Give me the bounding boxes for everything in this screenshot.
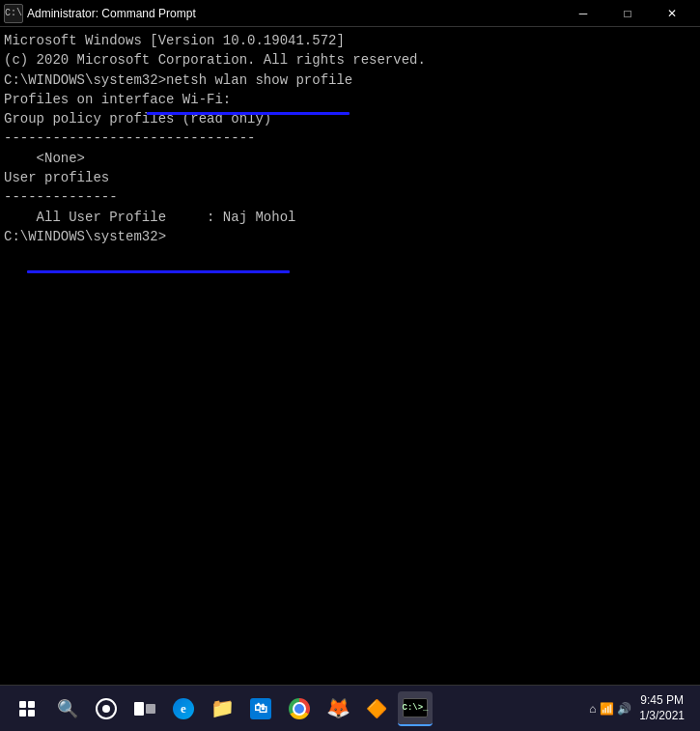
system-tray: ⌂ 📶 🔊 9:45 PM 1/3/2021 [589,693,692,723]
cortana-button[interactable] [89,691,124,726]
chrome-icon [289,698,310,719]
file-explorer-button[interactable]: 📁 [205,691,239,726]
cmd-taskbar-button[interactable]: C:\>_ [398,691,433,726]
task-view-button[interactable] [127,691,162,726]
task-view-icon [134,702,155,716]
title-bar: C:\ Administrator: Command Prompt ─ □ ✕ [0,0,700,27]
edge-button[interactable]: e [166,691,201,726]
search-button[interactable]: 🔍 [50,691,85,726]
title-bar-controls: ─ □ ✕ [561,0,694,27]
cortana-icon [96,698,117,719]
folder-icon: 📁 [210,696,235,720]
underline-command [147,112,350,115]
edge-icon: e [173,698,194,719]
underline-profile [27,270,290,273]
search-icon: 🔍 [57,698,78,719]
minimize-button[interactable]: ─ [561,0,605,27]
firefox-icon: 🦊 [326,696,350,720]
cmd-icon-small: C:\ [4,4,23,23]
terminal-line-l12: User profiles [4,168,696,187]
vlc-icon: 🔶 [366,698,387,719]
maximize-button[interactable]: □ [605,0,650,27]
terminal-line-l2: (c) 2020 Microsoft Corporation. All righ… [4,50,696,70]
terminal-body: Microsoft Windows [Version 10.0.19041.57… [0,27,700,685]
tray-icons: ⌂ 📶 🔊 [589,702,631,716]
clock: 9:45 PM 1/3/2021 [639,693,685,723]
vlc-button[interactable]: 🔶 [359,691,394,726]
terminal-line-l1: Microsoft Windows [Version 10.0.19041.57… [4,31,696,50]
store-button[interactable]: 🛍 [243,691,278,726]
store-icon: 🛍 [250,698,271,719]
terminal-line-l14: All User Profile : Naj Mohol [4,208,696,227]
cmd-taskbar-icon: C:\>_ [403,698,428,717]
taskbar: 🔍 e 📁 🛍 🦊 🔶 C:\>_ ⌂ 📶 🔊 [0,685,700,731]
terminal-line-l13: -------------- [4,187,696,207]
clock-time: 9:45 PM [639,693,685,709]
terminal-line-l8: Group policy profiles (read only) [4,109,696,128]
chrome-button[interactable] [282,691,317,726]
terminal-line-l10: <None> [4,149,696,168]
terminal-line-l4: C:\WINDOWS\system32>netsh wlan show prof… [4,70,696,90]
firefox-button[interactable]: 🦊 [321,691,355,726]
terminal-line-l6: Profiles on interface Wi-Fi: [4,90,696,109]
clock-date: 1/3/2021 [639,709,685,724]
terminal-line-l16: C:\WINDOWS\system32> [4,227,696,246]
terminal-line-l9: ------------------------------- [4,128,696,148]
title-bar-text: Administrator: Command Prompt [27,7,561,20]
windows-logo-icon [19,701,35,717]
cmd-title-icon: C:\ [6,6,21,21]
start-button[interactable] [8,689,46,728]
close-button[interactable]: ✕ [650,0,694,27]
